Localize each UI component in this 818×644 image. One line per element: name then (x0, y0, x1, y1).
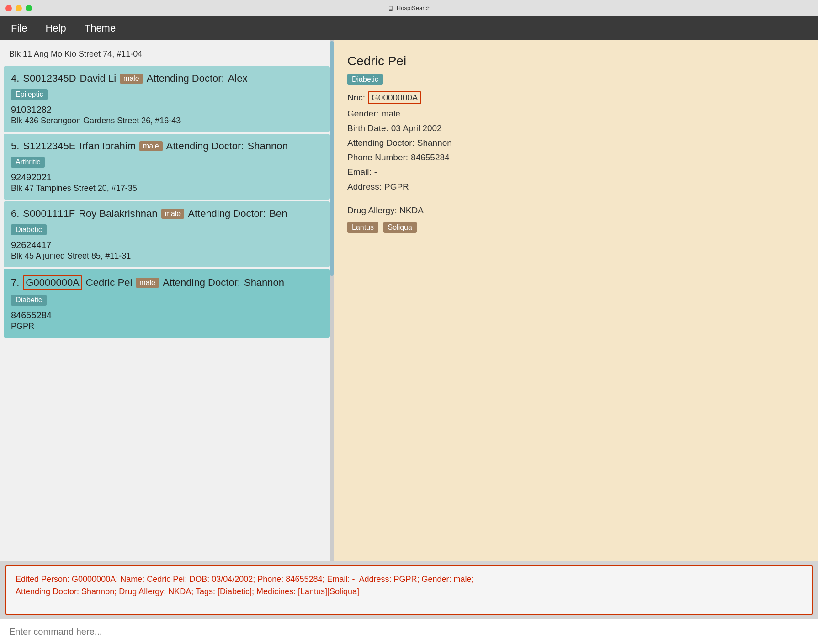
minimize-button[interactable] (16, 5, 22, 11)
detail-phone-label: Phone Number: (347, 153, 408, 163)
detail-nric-value: G0000000A (368, 91, 421, 104)
command-input[interactable] (0, 619, 818, 644)
patient-tag-2-arthritic: Arthritic (11, 157, 45, 168)
patient-doctor-label-2: Attending Doctor: (166, 140, 244, 152)
patient-address-4: PGPR (11, 322, 323, 331)
patient-nric-4: G0000000A (23, 275, 82, 290)
patient-phone-1: 91031282 (11, 105, 323, 115)
patient-nric-2: S1212345E (23, 140, 75, 152)
window-controls (5, 5, 32, 11)
command-bar (0, 619, 818, 644)
detail-allergy-label: Drug Allergy: (347, 206, 397, 215)
detail-spacer (347, 196, 804, 206)
patient-nric-3: S0001111F (23, 208, 75, 220)
patient-tags-4: Diabetic (11, 293, 323, 308)
patient-number-3: 6. (11, 208, 19, 220)
patient-card-1[interactable]: 4. S0012345D David Li male Attending Doc… (4, 66, 330, 132)
patient-list-panel: Blk 11 Ang Mo Kio Street 74, #11-04 4. S… (0, 40, 334, 561)
patient-address-1: Blk 436 Serangoon Gardens Street 26, #16… (11, 116, 323, 126)
detail-name: Cedric Pei (347, 54, 804, 69)
menu-help[interactable]: Help (42, 21, 69, 36)
patient-doctor-label-4: Attending Doctor: (163, 277, 240, 289)
detail-email-row: Email: - (347, 167, 804, 177)
detail-medicines: Lantus Soliqua (347, 220, 804, 233)
patient-doctor-label-3: Attending Doctor: (188, 208, 266, 220)
output-text: Edited Person: G0000000A; Name: Cedric P… (16, 573, 802, 598)
detail-gender-value: male (382, 109, 400, 119)
output-area: Edited Person: G0000000A; Name: Cedric P… (5, 565, 813, 615)
app-icon: 🖥 (388, 5, 394, 12)
patient-tags-2: Arthritic (11, 155, 323, 170)
patient-nric-1: S0012345D (23, 73, 76, 84)
patient-doctor-2: Shannon (248, 140, 288, 152)
patient-name-1: David Li (80, 73, 116, 84)
patient-name-3: Roy Balakrishnan (79, 208, 157, 220)
patient-address-2: Blk 47 Tampines Street 20, #17-35 (11, 184, 323, 193)
detail-tags: Diabetic (347, 74, 804, 91)
patient-gender-1: male (120, 74, 143, 84)
menu-file[interactable]: File (7, 21, 31, 36)
detail-dob-label: Birth Date: (347, 123, 388, 133)
detail-doctor-label: Attending Doctor: (347, 138, 414, 148)
patient-header-3: 6. S0001111F Roy Balakrishnan male Atten… (11, 208, 323, 220)
patient-doctor-1: Alex (228, 73, 248, 84)
patient-gender-3: male (161, 209, 185, 219)
app-title: 🖥 HospiSearch (388, 5, 430, 12)
titlebar: 🖥 HospiSearch (0, 0, 818, 16)
patient-detail-panel: Cedric Pei Diabetic Nric: G0000000A Gend… (334, 40, 818, 561)
patient-doctor-4: Shannon (244, 277, 284, 289)
patient-tags-3: Diabetic (11, 222, 323, 238)
detail-gender-label: Gender: (347, 109, 379, 119)
patient-phone-4: 84655284 (11, 310, 323, 321)
patient-card-4[interactable]: 7. G0000000A Cedric Pei male Attending D… (4, 269, 330, 338)
patient-number-4: 7. (11, 277, 19, 289)
patient-card-2[interactable]: 5. S1212345E Irfan Ibrahim male Attendin… (4, 134, 330, 200)
patient-phone-3: 92624417 (11, 240, 323, 250)
patient-name-2: Irfan Ibrahim (79, 140, 136, 152)
detail-phone-value: 84655284 (411, 153, 450, 163)
patient-header-4: 7. G0000000A Cedric Pei male Attending D… (11, 275, 323, 290)
detail-nric-row: Nric: G0000000A (347, 91, 804, 104)
detail-gender-row: Gender: male (347, 109, 804, 119)
detail-dob-value: 03 April 2002 (391, 123, 442, 133)
patient-gender-2: male (139, 141, 163, 151)
maximize-button[interactable] (26, 5, 32, 11)
detail-tag-diabetic: Diabetic (347, 74, 383, 85)
detail-phone-row: Phone Number: 84655284 (347, 153, 804, 163)
detail-allergy-row: Drug Allergy: NKDA (347, 206, 804, 216)
patient-doctor-3: Ben (269, 208, 287, 220)
close-button[interactable] (5, 5, 12, 11)
detail-address-label: Address: (347, 182, 382, 192)
main-content: Blk 11 Ang Mo Kio Street 74, #11-04 4. S… (0, 40, 818, 561)
detail-address-row: Address: PGPR (347, 182, 804, 192)
patient-doctor-label-1: Attending Doctor: (147, 73, 224, 84)
detail-doctor-value: Shannon (417, 138, 452, 148)
detail-doctor-row: Attending Doctor: Shannon (347, 138, 804, 148)
detail-allergy-value: NKDA (399, 206, 424, 215)
medicine-badge-soliqua: Soliqua (383, 222, 417, 233)
menu-theme[interactable]: Theme (81, 21, 119, 36)
patient-tag-1-epileptic: Epileptic (11, 89, 48, 100)
top-address: Blk 11 Ang Mo Kio Street 74, #11-04 (0, 44, 334, 64)
patient-address-3: Blk 45 Aljunied Street 85, #11-31 (11, 251, 323, 261)
detail-email-label: Email: (347, 167, 372, 177)
patient-number-2: 5. (11, 140, 19, 152)
patient-name-4: Cedric Pei (86, 277, 132, 289)
patient-gender-4: male (136, 278, 159, 288)
detail-dob-row: Birth Date: 03 April 2002 (347, 123, 804, 133)
patient-tag-3-diabetic: Diabetic (11, 224, 47, 235)
medicine-badge-lantus: Lantus (347, 222, 378, 233)
patient-number-1: 4. (11, 73, 19, 84)
patient-header-1: 4. S0012345D David Li male Attending Doc… (11, 73, 323, 84)
detail-email-value: - (374, 167, 377, 177)
menubar: File Help Theme (0, 16, 818, 40)
patient-card-3[interactable]: 6. S0001111F Roy Balakrishnan male Atten… (4, 201, 330, 267)
patient-header-2: 5. S1212345E Irfan Ibrahim male Attendin… (11, 140, 323, 152)
patient-tag-4-diabetic: Diabetic (11, 295, 47, 306)
detail-nric-label: Nric: (347, 93, 365, 103)
patient-phone-2: 92492021 (11, 172, 323, 183)
detail-address-value: PGPR (384, 182, 409, 192)
patient-tags-1: Epileptic (11, 87, 323, 103)
